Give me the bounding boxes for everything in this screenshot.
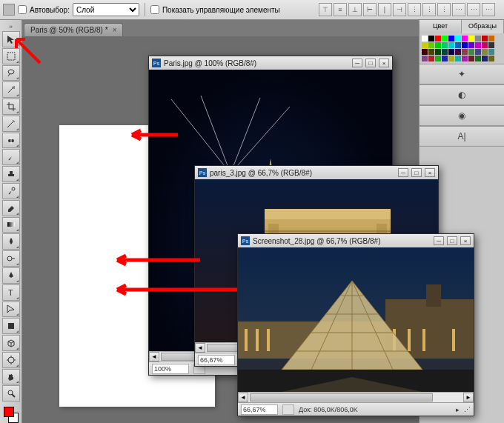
swatch[interactable]: [468, 42, 474, 48]
image-content[interactable]: [238, 247, 474, 392]
character-panel-icon[interactable]: A|: [420, 126, 504, 147]
navigator-panel-icon[interactable]: ✦: [420, 64, 504, 84]
image-window-screenshot28[interactable]: Ps Screenshot_28.jpg @ 66,7% (RGB/8#) ─ …: [237, 233, 474, 416]
swatch[interactable]: [488, 49, 494, 55]
tab-color[interactable]: Цвет: [420, 20, 462, 33]
align-hcenter-icon[interactable]: |: [378, 3, 391, 16]
3d-tool[interactable]: [2, 335, 20, 351]
swatch[interactable]: [468, 49, 474, 55]
swatch[interactable]: [435, 42, 441, 48]
align-bottom-icon[interactable]: ⊥: [348, 3, 362, 16]
swatch[interactable]: [448, 42, 454, 48]
swatch[interactable]: [468, 36, 474, 41]
swatch[interactable]: [422, 36, 428, 41]
minimize-icon[interactable]: ─: [352, 59, 362, 67]
align-top-icon[interactable]: ⊤: [319, 3, 332, 16]
swatch[interactable]: [448, 56, 454, 61]
distribute-icon[interactable]: ⋮: [408, 3, 421, 16]
distribute-icon[interactable]: ⋯: [482, 3, 495, 16]
swatch[interactable]: [422, 49, 428, 55]
stamp-tool[interactable]: [2, 166, 20, 182]
align-right-icon[interactable]: ⊣: [393, 3, 406, 16]
align-left-icon[interactable]: ⊢: [363, 3, 377, 16]
show-controls-checkbox[interactable]: [150, 5, 159, 14]
horizontal-scrollbar[interactable]: ◄►: [238, 392, 474, 402]
swatch[interactable]: [448, 36, 454, 41]
shape-tool[interactable]: [2, 318, 20, 334]
swatch[interactable]: [488, 42, 494, 48]
swatch[interactable]: [462, 36, 468, 41]
adjustments-panel-icon[interactable]: ◐: [420, 84, 504, 105]
swatch[interactable]: [422, 56, 428, 61]
swatch[interactable]: [482, 56, 488, 61]
swatch[interactable]: [482, 36, 488, 41]
align-vcenter-icon[interactable]: ≡: [334, 3, 347, 16]
swatch[interactable]: [475, 36, 481, 41]
crop-tool[interactable]: [2, 99, 20, 115]
swatch[interactable]: [442, 56, 448, 61]
blur-tool[interactable]: [2, 233, 20, 250]
swatch[interactable]: [448, 49, 454, 55]
swatch[interactable]: [442, 42, 448, 48]
maximize-icon[interactable]: □: [365, 59, 376, 67]
close-icon[interactable]: ×: [113, 26, 117, 34]
swatch[interactable]: [435, 49, 441, 55]
path-tool[interactable]: [2, 302, 20, 318]
autoselect-dropdown[interactable]: Слой: [73, 3, 139, 16]
swatch[interactable]: [442, 36, 448, 41]
swatch[interactable]: [435, 36, 441, 41]
swatch[interactable]: [475, 49, 481, 55]
lasso-tool[interactable]: [2, 65, 20, 81]
hand-tool[interactable]: [2, 369, 20, 385]
swatch[interactable]: [428, 56, 434, 61]
minimize-icon[interactable]: ─: [434, 236, 444, 245]
distribute-icon[interactable]: ⋯: [452, 3, 465, 16]
swatch[interactable]: [482, 42, 488, 48]
pen-tool[interactable]: [2, 267, 20, 284]
history-panel-icon[interactable]: ◉: [420, 105, 504, 126]
swatch[interactable]: [462, 56, 468, 61]
swatch[interactable]: [455, 36, 461, 41]
brush-tool[interactable]: [2, 149, 20, 165]
swatch[interactable]: [462, 42, 468, 48]
minimize-icon[interactable]: ─: [398, 168, 408, 177]
distribute-icon[interactable]: ⋮: [437, 3, 451, 16]
swatch[interactable]: [428, 49, 434, 55]
type-tool[interactable]: T: [2, 284, 20, 301]
tab-swatches[interactable]: Образцы: [462, 20, 504, 33]
autoselect-checkbox[interactable]: [18, 5, 27, 14]
close-icon[interactable]: ×: [425, 168, 435, 177]
foreground-color-icon[interactable]: [4, 407, 14, 417]
distribute-icon[interactable]: ⋮: [422, 3, 436, 16]
scroll-right-icon[interactable]: ►: [463, 393, 474, 402]
scroll-left-icon[interactable]: ◄: [238, 393, 248, 402]
wand-tool[interactable]: [2, 81, 20, 98]
swatch[interactable]: [428, 36, 434, 41]
history-brush-tool[interactable]: [2, 183, 20, 199]
swatch[interactable]: [488, 56, 494, 61]
scroll-left-icon[interactable]: ◄: [195, 343, 205, 353]
titlebar[interactable]: Ps Paris.jpg @ 100% (RGB/8#) ─ □ ×: [149, 56, 392, 70]
color-swap[interactable]: [2, 405, 20, 423]
gradient-tool[interactable]: [2, 217, 20, 233]
zoom-value[interactable]: 66,67%: [241, 404, 278, 415]
maximize-icon[interactable]: □: [411, 168, 422, 177]
swatch[interactable]: [488, 36, 494, 41]
eyedropper-tool[interactable]: [2, 116, 20, 132]
maximize-icon[interactable]: □: [447, 236, 457, 245]
statusbar-button[interactable]: [282, 404, 294, 415]
swatch[interactable]: [455, 42, 461, 48]
3d-camera-tool[interactable]: [2, 352, 20, 368]
zoom-value[interactable]: 66,67%: [198, 355, 235, 365]
zoom-value[interactable]: 100%: [152, 364, 189, 374]
zoom-tool[interactable]: [2, 385, 20, 402]
swatch[interactable]: [475, 56, 481, 61]
close-icon[interactable]: ×: [379, 59, 389, 67]
dodge-tool[interactable]: [2, 250, 20, 267]
eraser-tool[interactable]: [2, 200, 20, 216]
healing-tool[interactable]: [2, 133, 20, 149]
panel-expand-icon[interactable]: »: [3, 23, 19, 30]
swatch[interactable]: [442, 49, 448, 55]
swatch[interactable]: [455, 49, 461, 55]
swatch[interactable]: [468, 56, 474, 61]
